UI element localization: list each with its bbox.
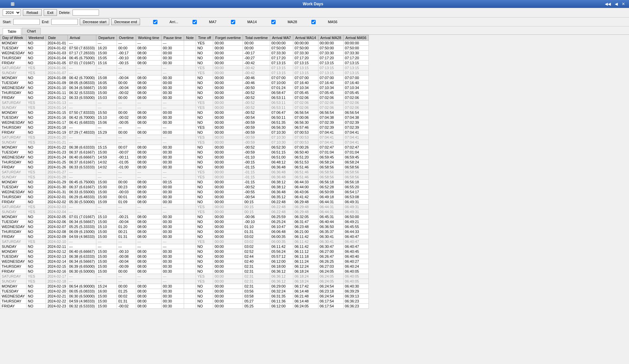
toolbar: 2024 Reload Exit Delete: — [0, 8, 629, 18]
table-row[interactable]: TUESDAYNO2024-02-2006:05 (6.08333)16:000… — [0, 289, 369, 294]
table-row[interactable]: MONDAYNO2024-01-2906:45 (6.75000)15:0000… — [0, 180, 369, 185]
table-row[interactable]: TUESDAYNO2024-02-0606:34 (6.56667)15:00-… — [0, 219, 369, 224]
table-row[interactable]: WEDNESDAYNO2024-02-0705:25 (5.33333)15:1… — [0, 224, 369, 229]
table-row[interactable]: TUESDAYNO2024-01-2306:37 (6.61667)15:00-… — [0, 150, 369, 155]
title-bar-center: Work Days — [23, 2, 604, 6]
table-row[interactable]: TUESDAYNO2024-01-0207:50 (7.83333)16:200… — [0, 46, 369, 51]
table-row[interactable]: SATURDAYYES2024-02-10---------------YES0… — [0, 239, 369, 244]
table-row[interactable]: FRIDAYNO2024-02-1606:30 (6.50000)15:0000… — [0, 269, 369, 274]
checkbox-ma14[interactable]: MA14 — [220, 20, 257, 24]
year-select[interactable]: 2024 — [3, 9, 21, 16]
table-row[interactable]: SUNDAYYES2024-01-07---------------YES00:… — [0, 70, 369, 75]
end-input[interactable] — [51, 19, 78, 25]
tab-chart[interactable]: Chart — [22, 28, 41, 34]
col-header-arrival-ma28: Arrival MA28 — [318, 35, 343, 41]
table-row[interactable]: WEDNESDAYNO2024-01-1706:41 (6.68333)15:0… — [0, 120, 369, 125]
col-header-pause-time: Pause time — [161, 35, 184, 41]
table-row[interactable]: MONDAYNO2024-01-1507:50 (7.83333)15:5000… — [0, 110, 369, 115]
table-row[interactable]: FRIDAYNO2024-02-0904:59 (4.98333)15:0001… — [0, 234, 369, 239]
table-row[interactable]: MONDAYNO2024-01-0806:42 (6.70000)15:08-0… — [0, 75, 369, 80]
table-row[interactable]: SATURDAYYES2024-01-06---------------YES0… — [0, 66, 369, 70]
table-row[interactable]: SATURDAYYES2024-01-27---------------YES0… — [0, 170, 369, 175]
col-header-day-of-week: Day of Week — [0, 35, 26, 41]
col-header-arrival-ma56: Arrival MA56 — [343, 35, 368, 41]
title-bar-controls[interactable]: ◀◀ ◀ ✕ — [604, 1, 626, 7]
col-header-arrival-ma14: Arrival MA14 — [293, 35, 318, 41]
table-row[interactable]: WEDNESDAYNO2024-01-1006:34 (6.56667)15:0… — [0, 85, 369, 90]
delete-label: Delete: — [59, 11, 71, 15]
table-row[interactable]: TUESDAYNO2024-01-1606:42 (6.70000)15:10-… — [0, 115, 369, 120]
minimize-button[interactable]: ◀◀ — [604, 1, 612, 7]
table-row[interactable]: SUNDAYYES2024-02-18---------------YES00:… — [0, 279, 369, 284]
table-row[interactable]: THURSDAYNO2024-02-0106:29 (6.48333)15:00… — [0, 195, 369, 200]
table-row[interactable]: SATURDAYYES2024-01-20---------------YES0… — [0, 135, 369, 140]
table-row[interactable]: THURSDAYNO2024-01-18---------------YES00… — [0, 125, 369, 130]
checkbox-ma28[interactable]: MA28 — [260, 20, 297, 24]
window-title: Work Days — [303, 2, 323, 6]
end-label: End: — [42, 20, 49, 24]
table-row[interactable]: THURSDAYNO2024-02-0806:09 (6.15000)15:00… — [0, 229, 369, 234]
tabs: Table Chart — [0, 26, 629, 35]
table-row[interactable]: MONDAYNO2024-01-2206:38 (6.63333)15:1500… — [0, 145, 369, 150]
table-row[interactable]: MONDAYNO2024-02-1206:40 (6.66667)15:00-0… — [0, 249, 369, 254]
table-row[interactable]: SUNDAYYES2024-02-04---------------YES00:… — [0, 209, 369, 214]
table-row[interactable]: MONDAYNO2024-02-1906:54 (6.90000)15:2400… — [0, 284, 369, 289]
table-row[interactable]: FRIDAYNO2024-01-1907:29 (7.48333)15:2900… — [0, 130, 369, 135]
table-row[interactable]: THURSDAYNO2024-01-0406:45 (6.75000)15:05… — [0, 56, 369, 61]
col-header-total-overtime: Total overtime — [243, 35, 270, 41]
table-row[interactable]: WEDNESDAYNO2024-02-1406:34 (6.56667)15:0… — [0, 259, 369, 264]
app-icon: ⊞ — [11, 1, 15, 7]
table-container[interactable]: Day of WeekWeekendDateArrivalDepartureOv… — [0, 35, 629, 356]
close-button[interactable]: ✕ — [620, 1, 626, 7]
col-header-arrival: Arrival — [68, 35, 96, 41]
table-row[interactable]: SUNDAYYES2024-01-28---------------YES00:… — [0, 175, 369, 180]
table-row[interactable]: SUNDAYNO2024-02-11---------------NO00:00… — [0, 244, 369, 249]
col-header-date: Date — [46, 35, 68, 41]
table-row[interactable]: THURSDAYNO2024-02-1506:39 (6.65000)15:00… — [0, 264, 369, 269]
table-row[interactable]: SATURDAYYES2024-02-17---------------YES0… — [0, 274, 369, 279]
reload-button[interactable]: Reload — [23, 9, 42, 16]
table-row[interactable]: FRIDAYNO2024-01-1206:33 (6.55000)15:0300… — [0, 95, 369, 100]
table-row[interactable]: MONDAYNO2024-02-0507:01 (7.01667)15:10-0… — [0, 214, 369, 219]
col-header-forget-overtime: Forget overtime — [213, 35, 243, 41]
table-row[interactable]: WEDNESDAYNO2024-02-2106:30 (6.50000)15:0… — [0, 294, 369, 299]
table-row[interactable]: SATURDAYYES2024-01-13---------------YES0… — [0, 100, 369, 105]
table-row[interactable]: THURSDAYNO2024-01-2506:37 (6.61667)14:02… — [0, 160, 369, 165]
table-row[interactable]: TUESDAYNO2024-01-3006:37 (6.61667)15:000… — [0, 185, 369, 190]
table-row[interactable]: THURSDAYNO2024-01-1106:32 (6.53333)15:00… — [0, 90, 369, 95]
table-row[interactable]: SUNDAYYES2024-01-21---------------YES00:… — [0, 140, 369, 145]
col-header-note: Note — [184, 35, 196, 41]
table-header-row: Day of WeekWeekendDateArrivalDepartureOv… — [0, 35, 369, 41]
table-row[interactable]: FRIDAYNO2024-02-2306:32 (6.53333)15:00-0… — [0, 304, 369, 309]
restore-button[interactable]: ◀ — [613, 1, 619, 7]
start-input[interactable] — [13, 19, 40, 25]
table-row[interactable]: SUNDAYYES2024-01-14---------------YES00:… — [0, 105, 369, 110]
table-row[interactable]: THURSDAYNO2024-02-2204:59 (4.98333)15:00… — [0, 299, 369, 304]
tab-table[interactable]: Table — [3, 28, 21, 35]
table-row[interactable]: FRIDAYNO2024-01-2606:33 (6.53333)14:02-0… — [0, 165, 369, 170]
table-row[interactable]: FRIDAYNO2024-02-0205:30 (5.50000)15:0901… — [0, 200, 369, 205]
table-row[interactable]: FRIDAYNO2024-01-0507:01 (7.01667)15:16-0… — [0, 61, 369, 66]
checkbox-arri[interactable]: Arri... — [142, 20, 178, 24]
table-row[interactable]: MONDAYNO2024-01-01---------------YES00:0… — [0, 41, 369, 46]
table-body: MONDAYNO2024-01-01---------------YES00:0… — [0, 41, 369, 309]
table-row[interactable]: WEDNESDAYNO2024-01-2406:40 (6.66667)14:5… — [0, 155, 369, 160]
table-row[interactable]: TUESDAYNO2024-01-0908:05 (8.08333)16:050… — [0, 80, 369, 85]
table-row[interactable]: WEDNESDAYNO2024-01-0307:17 (7.28333)15:0… — [0, 51, 369, 56]
table-row[interactable]: WEDNESDAYNO2024-01-3106:33 (6.55000)15:0… — [0, 190, 369, 195]
table-row[interactable]: SATURDAYYES2024-02-03---------------YES0… — [0, 205, 369, 209]
data-table: Day of WeekWeekendDateArrivalDepartureOv… — [0, 35, 369, 309]
col-header-time-off: Time off — [196, 35, 213, 41]
exit-button[interactable]: Exit — [44, 9, 57, 16]
checkbox-ma7[interactable]: MA7 — [181, 20, 217, 24]
col-header-working-time: Working time — [136, 35, 161, 41]
decrease-end-button[interactable]: Decrease end — [111, 19, 140, 25]
col-header-departure: Departure — [96, 35, 117, 41]
table-row[interactable]: TUESDAYNO2024-02-1306:38 (6.63333)15:00-… — [0, 254, 369, 259]
delete-input[interactable] — [73, 10, 99, 16]
checkbox-group: Arri... MA7 MA14 MA28 MA56 — [142, 20, 337, 24]
start-label: Start: — [3, 20, 11, 24]
decrease-start-button[interactable]: Decrease start — [80, 19, 110, 25]
col-header-overtime: Overtime — [117, 35, 136, 41]
checkbox-ma56[interactable]: MA56 — [300, 20, 337, 24]
